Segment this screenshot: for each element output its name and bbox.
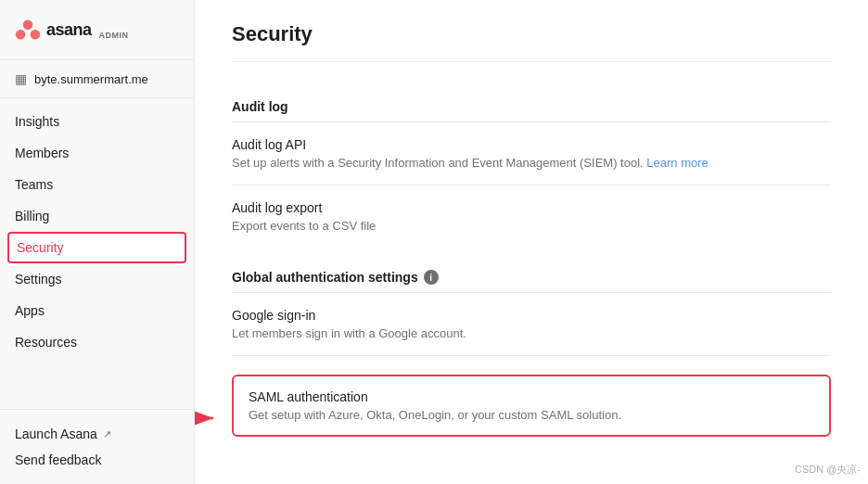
sidebar-item-settings[interactable]: Settings: [0, 263, 194, 295]
svg-point-2: [31, 30, 41, 40]
external-link-icon: ↗: [103, 428, 111, 440]
audit-log-api-learn-more[interactable]: Learn more: [646, 156, 708, 170]
audit-log-export-item: Audit log export Export events to a CSV …: [232, 185, 831, 248]
admin-badge: ADMIN: [99, 31, 129, 40]
watermark: CSDN @央凉-: [795, 463, 861, 477]
saml-auth-desc: Get setup with Azure, Okta, OneLogin, or…: [249, 408, 814, 422]
saml-auth-box[interactable]: SAML authentication Get setup with Azure…: [232, 375, 831, 437]
page-title: Security: [232, 22, 831, 62]
sidebar-item-members[interactable]: Members: [0, 137, 194, 169]
sidebar-item-resources[interactable]: Resources: [0, 326, 194, 358]
audit-log-export-desc: Export events to a CSV file: [232, 219, 831, 233]
launch-asana-link[interactable]: Launch Asana ↗: [15, 421, 179, 447]
sidebar-item-security[interactable]: Security: [7, 232, 186, 263]
google-sign-in-title: Google sign-in: [232, 308, 831, 323]
launch-asana-label: Launch Asana: [15, 427, 97, 441]
google-sign-in-item: Google sign-in Let members sign in with …: [232, 292, 831, 355]
send-feedback-label: Send feedback: [15, 452, 101, 467]
workspace-name: byte.summermart.me: [34, 72, 148, 86]
workspace-icon: ▦: [15, 71, 27, 86]
red-arrow-annotation: [195, 376, 227, 432]
svg-point-1: [16, 30, 26, 40]
global-auth-section: Global authentication settings i Google …: [232, 255, 831, 452]
google-sign-in-desc: Let members sign in with a Google accoun…: [232, 326, 831, 340]
sidebar-bottom: Launch Asana ↗ Send feedback: [0, 409, 194, 484]
workspace-item[interactable]: ▦ byte.summermart.me: [0, 60, 194, 98]
audit-log-header: Audit log: [232, 84, 831, 121]
sidebar-item-billing[interactable]: Billing: [0, 200, 194, 232]
asana-logo-icon: [15, 17, 41, 43]
sidebar-item-apps[interactable]: Apps: [0, 295, 194, 326]
svg-point-0: [23, 20, 33, 31]
logo-area: asana ADMIN: [0, 0, 194, 60]
sidebar: asana ADMIN ▦ byte.summermart.me Insight…: [0, 0, 195, 484]
asana-logo: asana ADMIN: [15, 17, 129, 43]
nav-list: Insights Members Teams Billing Security …: [0, 98, 194, 409]
saml-auth-item: SAML authentication Get setup with Azure…: [232, 355, 831, 452]
audit-log-section: Audit log Audit log API Set up alerts wi…: [232, 84, 831, 248]
audit-log-api-desc: Set up alerts with a Security Informatio…: [232, 156, 831, 170]
logo-text: asana: [46, 20, 92, 40]
global-auth-header: Global authentication settings i: [232, 255, 831, 292]
saml-auth-title: SAML authentication: [249, 389, 814, 404]
sidebar-item-insights[interactable]: Insights: [0, 106, 194, 137]
audit-log-export-title: Audit log export: [232, 200, 831, 215]
audit-log-api-title: Audit log API: [232, 137, 831, 152]
sidebar-item-teams[interactable]: Teams: [0, 169, 194, 200]
send-feedback-link[interactable]: Send feedback: [15, 447, 179, 473]
audit-log-api-item: Audit log API Set up alerts with a Secur…: [232, 121, 831, 185]
info-icon[interactable]: i: [424, 270, 439, 285]
main-content: Security Audit log Audit log API Set up …: [195, 0, 868, 484]
